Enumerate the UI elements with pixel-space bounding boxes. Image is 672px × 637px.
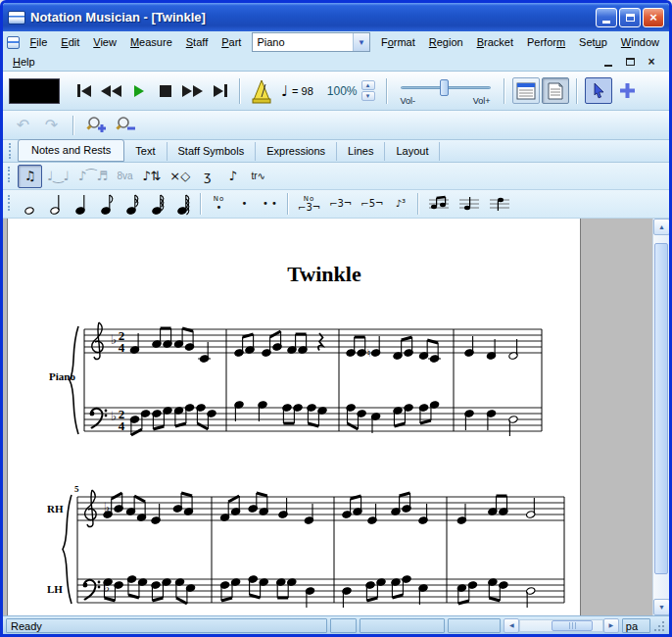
zoom-out-button[interactable]: [113, 113, 138, 138]
page-indicator: pa: [622, 618, 650, 633]
special-noteheads-button[interactable]: ×◇: [166, 165, 194, 188]
tab-notes-and-rests[interactable]: Notes and Rests: [18, 139, 124, 162]
fast-forward-button[interactable]: [179, 78, 206, 104]
svg-text:♭: ♭: [111, 409, 117, 423]
chevron-down-icon[interactable]: ▼: [353, 33, 369, 51]
page-view-button[interactable]: [542, 77, 569, 104]
menu-perform[interactable]: Perform: [520, 34, 572, 50]
mdi-close-button[interactable]: ×: [645, 56, 658, 69]
zoom-in-button[interactable]: [83, 113, 109, 138]
minimize-button[interactable]: [596, 8, 617, 27]
volume-slider[interactable]: Vol- Vol+: [399, 76, 493, 106]
stop-button[interactable]: [153, 78, 177, 104]
menu-region[interactable]: Region: [422, 34, 470, 50]
note-stem-down-button[interactable]: [485, 192, 514, 216]
restore-button[interactable]: [619, 8, 641, 27]
score-page[interactable]: TwinklePiano♭24♮♭24RHLH5♭♭: [7, 219, 581, 615]
double-dot-button[interactable]: • •: [258, 192, 282, 216]
rests-icon: ʒ: [204, 169, 212, 183]
tab-expressions[interactable]: Expressions: [256, 142, 337, 161]
scroll-up-button[interactable]: ▲: [653, 219, 669, 235]
beam-notes-button[interactable]: [424, 192, 454, 216]
mdi-minimize-button[interactable]: [601, 56, 615, 69]
grace-note-button[interactable]: ♪: [220, 165, 245, 188]
eighth-note-pair-button[interactable]: ♫: [18, 165, 42, 188]
menu-setup[interactable]: Setup: [572, 34, 614, 50]
sixty-fourth-note-icon: [175, 191, 191, 217]
tie-button[interactable]: ♩‿♩: [43, 165, 73, 188]
resize-grip[interactable]: [653, 618, 666, 633]
zoom-step-up-button[interactable]: ▲: [361, 80, 375, 90]
undo-button[interactable]: ↶: [11, 113, 35, 138]
vertical-scrollbar-thumb[interactable]: [654, 243, 668, 574]
octave-8va-button[interactable]: 8va: [113, 165, 137, 188]
quarter-note-button[interactable]: [69, 192, 93, 216]
no-dot-icon: No•: [214, 196, 225, 213]
toolbar-grip[interactable]: [9, 143, 12, 159]
horizontal-scrollbar-track[interactable]: [519, 619, 602, 632]
rests-button[interactable]: ʒ: [195, 165, 219, 188]
menu-bracket[interactable]: Bracket: [470, 34, 520, 50]
vertical-scrollbar-track[interactable]: [653, 235, 669, 599]
tab-staff-symbols[interactable]: Staff Symbols: [168, 142, 257, 161]
status-panel: [448, 618, 502, 633]
toolbar-grip[interactable]: [8, 195, 11, 211]
half-note-button[interactable]: [43, 192, 68, 216]
tab-layout[interactable]: Layout: [385, 142, 440, 161]
no-dot-button[interactable]: No•: [207, 192, 231, 216]
volume-thumb[interactable]: [440, 79, 449, 96]
pitch-arrows-button[interactable]: ♪⇅: [138, 165, 165, 188]
single-dot-button[interactable]: •: [232, 192, 257, 216]
menu-window[interactable]: Window: [614, 34, 666, 50]
mdi-restore-button[interactable]: [623, 56, 637, 69]
vertical-scrollbar[interactable]: ▲ ▼: [652, 219, 669, 615]
status-panel: [330, 618, 357, 633]
scroll-left-button[interactable]: ◀: [504, 618, 519, 633]
add-note-button[interactable]: [614, 77, 642, 104]
whole-note-button[interactable]: [18, 192, 42, 216]
arrow-select-button[interactable]: [585, 77, 612, 104]
status-horizontal-scrollbar[interactable]: ◀ ▶: [504, 618, 618, 633]
eighth-note-button[interactable]: [94, 192, 119, 216]
menu-measure[interactable]: Measure: [123, 34, 179, 50]
play-button[interactable]: [126, 78, 151, 104]
menu-staff[interactable]: Staff: [179, 34, 215, 50]
minimize-icon: [602, 21, 610, 24]
scroll-right-button[interactable]: ▶: [603, 618, 619, 633]
scroll-down-button[interactable]: ▼: [653, 599, 669, 615]
note-palette-row2: No••• •No⌐3¬⌐3¬⌐5¬♪³: [3, 190, 669, 219]
part-selector-value: Piano: [253, 36, 353, 48]
menu-format[interactable]: Format: [374, 34, 422, 50]
go-to-start-button[interactable]: [72, 78, 96, 104]
part-selector[interactable]: Piano ▼: [252, 32, 370, 52]
menu-part[interactable]: Part: [215, 34, 248, 50]
menu-help[interactable]: Help: [6, 54, 42, 70]
sixty-fourth-note-button[interactable]: [170, 192, 195, 216]
note-palette-row1: ♫♩‿♩♪⁀♬8va♪⇅×◇ʒ♪tr∿: [3, 163, 669, 190]
note-stem-up-button[interactable]: [455, 192, 484, 216]
document-icon: [7, 36, 20, 49]
menu-view[interactable]: View: [86, 34, 123, 50]
metronome-button[interactable]: [248, 78, 275, 104]
horizontal-scrollbar-thumb[interactable]: [552, 620, 593, 631]
menu-edit[interactable]: Edit: [54, 34, 86, 50]
close-button[interactable]: ×: [643, 8, 664, 27]
no-tuplet-button[interactable]: No⌐3¬: [294, 192, 324, 216]
rewind-button[interactable]: [98, 78, 124, 104]
slur-notes-button[interactable]: ♪⁀♬: [74, 165, 112, 188]
triplet-button[interactable]: ⌐3¬: [325, 192, 356, 216]
quintuplet-button[interactable]: ⌐5¬: [357, 192, 387, 216]
toolbar-grip[interactable]: [8, 167, 11, 182]
tab-text[interactable]: Text: [124, 142, 167, 161]
thirty-second-note-button[interactable]: [145, 192, 169, 216]
window-view-button[interactable]: [512, 77, 540, 104]
redo-button[interactable]: ↷: [39, 113, 64, 138]
zoom-step-down-button[interactable]: ▼: [361, 91, 375, 101]
go-to-end-button[interactable]: [208, 78, 232, 104]
half-note-icon: [48, 191, 64, 217]
sixteenth-note-button[interactable]: [120, 192, 144, 216]
menu-file[interactable]: File: [24, 34, 55, 50]
tab-lines[interactable]: Lines: [337, 142, 385, 161]
tuplet-eighth-button[interactable]: ♪³: [388, 192, 412, 216]
trill-button[interactable]: tr∿: [246, 165, 270, 188]
